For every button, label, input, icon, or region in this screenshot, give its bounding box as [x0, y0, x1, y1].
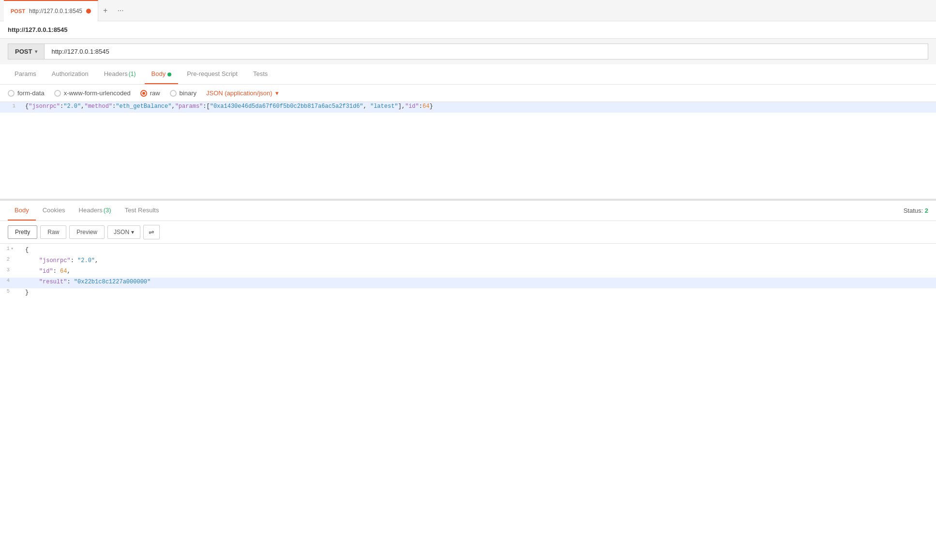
pretty-button[interactable]: Pretty: [8, 225, 37, 239]
response-body: 1 ▾ { 2 "jsonrpc": "2.0", 3 "id": 64, 4: [0, 244, 936, 301]
tab-bar: POST http://127.0.0.1:8545 + ···: [0, 0, 936, 21]
raw-button[interactable]: Raw: [40, 225, 66, 239]
raw-option[interactable]: raw: [140, 89, 160, 97]
resp-line-4: 4 "result": "0x22b1c8c1227a000000": [0, 278, 936, 288]
tab-url: http://127.0.0.1:8545: [29, 8, 82, 15]
status-value: 2: [925, 207, 928, 214]
url-display: http://127.0.0.1:8545: [0, 21, 936, 39]
method-label: POST: [15, 48, 32, 55]
tab-tests[interactable]: Tests: [246, 64, 274, 84]
code-line-1: 1 {"jsonrpc":"2.0","method":"eth_getBala…: [0, 102, 936, 113]
x-www-radio[interactable]: [54, 90, 61, 97]
method-chevron: ▾: [35, 49, 37, 54]
resp-content-2: "jsonrpc": "2.0",: [21, 256, 936, 265]
request-nav-tabs: Params Authorization Headers(1) Body Pre…: [0, 64, 936, 85]
response-toolbar: Pretty Raw Preview JSON ▾ ⇌: [0, 221, 936, 244]
request-area: POST ▾ Params Authorization Headers(1) B…: [0, 39, 936, 200]
tab-authorization[interactable]: Authorization: [45, 64, 95, 84]
wrap-button[interactable]: ⇌: [143, 225, 160, 239]
binary-option[interactable]: binary: [170, 89, 196, 97]
resp-line-5: 5 }: [0, 288, 936, 299]
method-dropdown[interactable]: POST ▾: [8, 44, 44, 59]
body-dot: [167, 73, 171, 76]
more-tabs-button[interactable]: ···: [112, 4, 128, 17]
tab-pre-request[interactable]: Pre-request Script: [180, 64, 244, 84]
x-www-option[interactable]: x-www-form-urlencoded: [54, 89, 131, 97]
json-type-selector[interactable]: JSON (application/json) ▾: [206, 89, 279, 97]
resp-content-3: "id": 64,: [21, 267, 936, 276]
resp-headers-badge: (3): [104, 206, 111, 214]
format-chevron: ▾: [131, 229, 134, 236]
response-nav-tabs: Body Cookies Headers(3) Test Results Sta…: [0, 201, 936, 221]
resp-num-2: 2: [0, 256, 10, 262]
active-tab[interactable]: POST http://127.0.0.1:8545: [4, 0, 98, 21]
resp-content-4: "result": "0x22b1c8c1227a000000": [21, 278, 936, 286]
format-dropdown[interactable]: JSON ▾: [107, 225, 140, 239]
tab-params[interactable]: Params: [8, 64, 43, 84]
response-tab-test-results[interactable]: Test Results: [118, 201, 166, 221]
raw-radio[interactable]: [140, 90, 147, 97]
resp-num-4: 4: [0, 278, 10, 283]
add-tab-button[interactable]: +: [98, 4, 112, 17]
line-content-1: {"jsonrpc":"2.0","method":"eth_getBalanc…: [21, 102, 936, 111]
request-body-editor[interactable]: 1 {"jsonrpc":"2.0","method":"eth_getBala…: [0, 102, 936, 199]
resp-line-1: 1 ▾ {: [0, 246, 936, 256]
tab-method: POST: [11, 8, 25, 14]
resp-line-3: 3 "id": 64,: [0, 267, 936, 278]
resp-num-5: 5: [0, 288, 10, 294]
resp-num-3: 3: [0, 267, 10, 273]
method-url-row: POST ▾: [0, 39, 936, 64]
tab-headers[interactable]: Headers(1): [97, 64, 143, 84]
form-data-option[interactable]: form-data: [8, 89, 45, 97]
resp-num-1: 1: [0, 246, 10, 251]
resp-content-5: }: [21, 288, 936, 297]
response-tab-body[interactable]: Body: [8, 201, 36, 221]
url-input[interactable]: [44, 44, 928, 59]
preview-button[interactable]: Preview: [69, 225, 105, 239]
form-data-radio[interactable]: [8, 90, 15, 97]
response-tab-cookies[interactable]: Cookies: [36, 201, 72, 221]
headers-badge: (1): [129, 71, 136, 77]
response-area: Body Cookies Headers(3) Test Results Sta…: [0, 200, 936, 301]
binary-radio[interactable]: [170, 90, 177, 97]
tab-body[interactable]: Body: [145, 64, 179, 84]
resp-content-1: {: [21, 246, 936, 254]
resp-expand-1[interactable]: ▾: [11, 246, 14, 251]
response-status: Status: 2: [904, 207, 928, 214]
body-options: form-data x-www-form-urlencoded raw bina…: [0, 85, 936, 102]
resp-line-2: 2 "jsonrpc": "2.0",: [0, 256, 936, 267]
json-chevron: ▾: [275, 89, 279, 97]
tab-status-dot: [86, 9, 91, 14]
response-tab-headers[interactable]: Headers(3): [72, 201, 118, 221]
line-number-1: 1: [0, 102, 21, 109]
